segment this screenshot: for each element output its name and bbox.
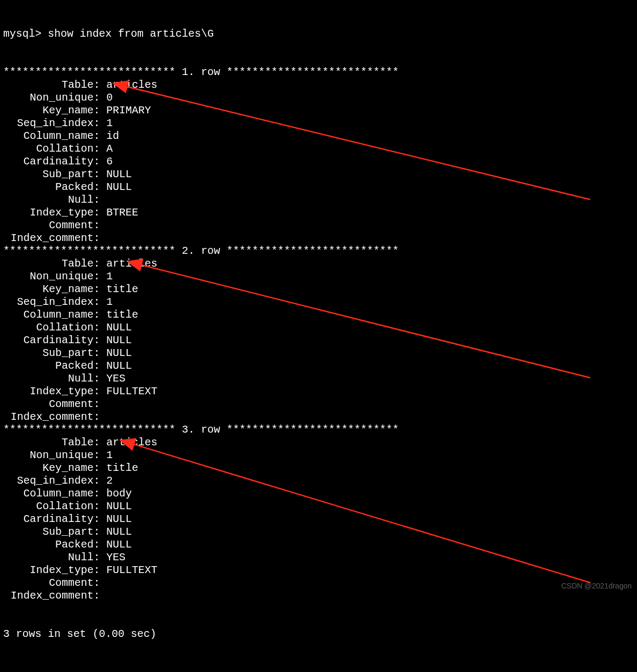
prompt: mysql> xyxy=(3,28,48,40)
field-value: NULL xyxy=(106,513,132,526)
field-separator: : xyxy=(94,398,106,411)
watermark: CSDN @2021dragon xyxy=(561,579,632,592)
field-separator: : xyxy=(94,436,106,449)
field-value: 1 xyxy=(106,270,113,283)
field-key: Cardinality xyxy=(3,513,94,526)
command-line[interactable]: mysql> show index from articles\G xyxy=(3,28,634,40)
field-key: Index_type xyxy=(3,206,94,219)
field-key: Seq_in_index xyxy=(3,296,94,309)
field-key: Sub_part xyxy=(3,168,94,181)
field-value: articles xyxy=(106,436,157,449)
field-separator: : xyxy=(94,347,106,360)
field-line: Null: xyxy=(3,194,634,206)
field-separator: : xyxy=(94,206,106,219)
field-line: Index_comment: xyxy=(3,411,634,424)
field-value: 6 xyxy=(106,155,113,168)
field-separator: : xyxy=(94,577,106,590)
field-separator: : xyxy=(94,296,106,309)
field-line: Non_unique: 1 xyxy=(3,270,634,283)
field-value: title xyxy=(106,309,138,321)
field-key: Column_name xyxy=(3,130,94,143)
field-separator: : xyxy=(94,258,106,270)
field-key: Sub_part xyxy=(3,526,94,538)
field-key: Non_unique xyxy=(3,449,94,462)
field-separator: : xyxy=(94,334,106,347)
field-line: Sub_part: NULL xyxy=(3,526,634,538)
field-line: Key_name: PRIMARY xyxy=(3,104,634,117)
field-separator: : xyxy=(94,130,106,143)
field-line: Index_comment: xyxy=(3,232,634,245)
field-key: Comment xyxy=(3,577,94,590)
field-line: Cardinality: 6 xyxy=(3,155,634,168)
field-value: title xyxy=(106,283,138,296)
field-line: Seq_in_index: 2 xyxy=(3,475,634,487)
field-line: Comment: xyxy=(3,398,634,411)
field-key: Index_comment xyxy=(3,590,94,602)
field-value: NULL xyxy=(106,360,132,372)
field-value: FULLTEXT xyxy=(106,564,157,577)
field-separator: : xyxy=(94,500,106,513)
field-value: A xyxy=(106,143,113,155)
field-line: Null: YES xyxy=(3,372,634,385)
field-line: Table: articles xyxy=(3,258,634,270)
field-line: Key_name: title xyxy=(3,462,634,475)
field-line: Index_type: FULLTEXT xyxy=(3,385,634,398)
field-line: Comment: xyxy=(3,577,634,590)
field-key: Non_unique xyxy=(3,92,94,104)
field-separator: : xyxy=(94,475,106,487)
field-separator: : xyxy=(94,270,106,283)
field-line: Table: articles xyxy=(3,79,634,92)
field-value: 1 xyxy=(106,449,113,462)
field-key: Collation xyxy=(3,321,94,334)
field-separator: : xyxy=(94,513,106,526)
field-key: Comment xyxy=(3,219,94,232)
field-value: articles xyxy=(106,79,157,92)
field-key: Comment xyxy=(3,398,94,411)
field-line: Packed: NULL xyxy=(3,538,634,551)
field-line: Collation: NULL xyxy=(3,321,634,334)
field-value: 2 xyxy=(106,475,113,487)
field-value: articles xyxy=(106,258,157,270)
field-separator: : xyxy=(94,449,106,462)
field-value: NULL xyxy=(106,321,132,334)
field-value: NULL xyxy=(106,334,132,347)
field-key: Column_name xyxy=(3,309,94,321)
field-line: Non_unique: 1 xyxy=(3,449,634,462)
field-key: Packed xyxy=(3,538,94,551)
field-key: Seq_in_index xyxy=(3,475,94,487)
field-value: NULL xyxy=(106,181,132,194)
row-separator: *************************** 3. row *****… xyxy=(3,424,634,436)
field-separator: : xyxy=(94,79,106,92)
field-line: Packed: NULL xyxy=(3,360,634,372)
field-key: Index_type xyxy=(3,564,94,577)
field-value: NULL xyxy=(106,500,132,513)
field-key: Key_name xyxy=(3,104,94,117)
field-line: Packed: NULL xyxy=(3,181,634,194)
field-value: NULL xyxy=(106,538,132,551)
field-separator: : xyxy=(94,194,106,206)
summary-line: 3 rows in set (0.00 sec) xyxy=(3,628,634,641)
field-value: 0 xyxy=(106,92,113,104)
field-separator: : xyxy=(94,538,106,551)
field-line: Index_comment: xyxy=(3,590,634,602)
field-key: Collation xyxy=(3,500,94,513)
field-value: body xyxy=(106,487,132,500)
field-separator: : xyxy=(94,462,106,475)
field-separator: : xyxy=(94,360,106,372)
field-separator: : xyxy=(94,232,106,245)
field-key: Column_name xyxy=(3,487,94,500)
field-line: Column_name: id xyxy=(3,130,634,143)
field-line: Sub_part: NULL xyxy=(3,347,634,360)
field-key: Table xyxy=(3,79,94,92)
field-separator: : xyxy=(94,168,106,181)
field-separator: : xyxy=(94,321,106,334)
field-key: Index_type xyxy=(3,385,94,398)
field-line: Seq_in_index: 1 xyxy=(3,117,634,130)
field-separator: : xyxy=(94,385,106,398)
field-line: Sub_part: NULL xyxy=(3,168,634,181)
field-key: Index_comment xyxy=(3,411,94,424)
field-separator: : xyxy=(94,104,106,117)
field-line: Comment: xyxy=(3,219,634,232)
row-separator: *************************** 2. row *****… xyxy=(3,245,634,258)
field-line: Collation: A xyxy=(3,143,634,155)
